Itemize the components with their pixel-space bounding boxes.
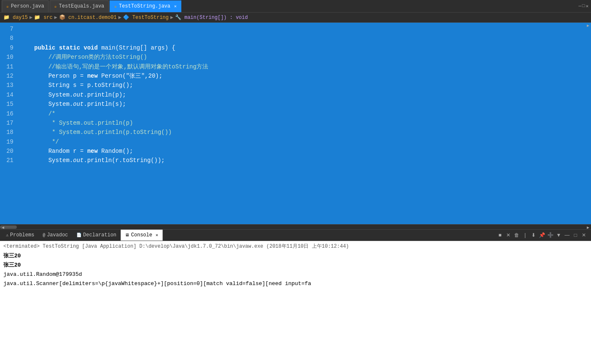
tab-problems-label: Problems (10, 232, 34, 238)
console-line-2: 张三20 (3, 261, 588, 270)
tab-javadoc[interactable]: @ Javadoc (39, 230, 72, 241)
console-line-3: java.util.Random@179935d (3, 270, 588, 279)
tab-problems[interactable]: ⚠ Problems (2, 230, 39, 241)
scroll-end-button[interactable]: ⬇ (530, 231, 537, 239)
bottom-tabs: ⚠ Problems @ Javadoc 📄 Declaration 🖥 Con… (0, 229, 591, 241)
line-9: //调用Person类的方法toString() (20, 54, 147, 60)
stop-button[interactable]: ■ (496, 231, 504, 239)
minimize-icon[interactable]: — (578, 3, 581, 9)
tab-bar: ☕ Person.java ☕ TestEquals.java ☕ TestTo… (0, 0, 591, 13)
java-icon-3: ☕ (114, 4, 117, 9)
java-icon-2: ☕ (54, 4, 57, 9)
line-11: Person p = new Person("张三",20); (20, 73, 162, 79)
remove-all-button[interactable]: ✕ (505, 231, 512, 239)
tab-javadoc-label: Javadoc (47, 232, 68, 238)
declaration-icon: 📄 (76, 233, 81, 238)
tab-console-label: Console (131, 232, 152, 238)
tab-console[interactable]: 🖥 Console ✕ (120, 230, 162, 241)
tab-label-2: TestEquals.java (59, 3, 104, 9)
close-icon-console[interactable]: ✕ (156, 233, 158, 238)
scroll-arrow-right[interactable]: ▶ (585, 23, 591, 29)
close-icon[interactable]: ✕ (586, 3, 588, 9)
maximize-icon[interactable]: □ (582, 3, 585, 9)
scroll-lock-button[interactable]: | (521, 231, 529, 239)
line-14: System.out.println(s); (20, 101, 126, 107)
line-15: /* (20, 110, 55, 117)
new-console-button[interactable]: ➕ (547, 231, 554, 239)
line-17: * System.out.println(p.toString()) (20, 129, 172, 136)
console-header: <terminated> TestToString [Java Applicat… (3, 243, 588, 250)
bottom-panel: ⚠ Problems @ Javadoc 📄 Declaration 🖥 Con… (0, 229, 591, 364)
breadcrumb-src[interactable]: 📁 src (34, 14, 52, 21)
breadcrumb: 📁 day15 ▶ 📁 src ▶ 📦 cn.itcast.demo01 ▶ 🔷… (0, 13, 591, 23)
tab-label-1: Person.java (11, 3, 44, 9)
tab-person-java[interactable]: ☕ Person.java (2, 0, 49, 12)
breadcrumb-method[interactable]: 🔧 main(String[]) : void (175, 14, 248, 21)
console-area: <terminated> TestToString [Java Applicat… (0, 241, 591, 364)
maximize-panel-button[interactable]: □ (572, 231, 579, 239)
line-20: System.out.println(r.toString()); (20, 157, 165, 164)
minimize-panel-button[interactable]: — (563, 231, 571, 239)
line-numbers: 7 8 9 10 11 12 13 14 15 16 17 18 19 20 2… (0, 23, 17, 224)
line-13: System.out.println(p); (20, 92, 126, 98)
code-content[interactable]: public static void main(String[] args) {… (17, 23, 591, 224)
line-18: */ (20, 139, 59, 145)
scroll-right-arrow[interactable]: ▶ (585, 225, 591, 230)
editor-area[interactable]: 7 8 9 10 11 12 13 14 15 16 17 18 19 20 2… (0, 23, 591, 224)
console-icon: 🖥 (125, 233, 129, 238)
console-line-1: 张三20 (3, 251, 588, 261)
line-8: public static void main(String[] args) { (20, 45, 175, 51)
window-controls: — □ ✕ (578, 3, 591, 9)
tab-declaration-label: Declaration (83, 232, 116, 238)
tab-label-3: TestToString.java (119, 3, 170, 9)
view-menu-button[interactable]: ▼ (555, 231, 562, 239)
tab-declaration[interactable]: 📄 Declaration (72, 230, 120, 241)
line-19: Random r = new Random(); (20, 148, 133, 155)
problems-icon: ⚠ (6, 233, 8, 238)
line-12: String s = p.toString(); (20, 82, 133, 89)
java-icon-1: ☕ (6, 4, 9, 9)
breadcrumb-day15[interactable]: 📁 day15 (3, 14, 28, 21)
tab-testtostring-java[interactable]: ☕ TestToString.java ✕ (110, 0, 181, 12)
scroll-left-arrow[interactable]: ◀ (0, 225, 6, 230)
line-16: * System.out.println(p) (20, 120, 133, 126)
horizontal-scrollbar[interactable]: ▶ ◀ (0, 224, 591, 229)
console-line-4: java.util.Scanner[delimiters=\p{javaWhit… (3, 279, 588, 288)
tab-testequals-java[interactable]: ☕ TestEquals.java (50, 0, 109, 12)
close-panel-button[interactable]: ✕ (580, 231, 588, 239)
clear-console-button[interactable]: 🗑 (513, 231, 520, 239)
line-10: //输出语句,写的是一个对象,默认调用对象的toString方法 (20, 63, 208, 70)
breadcrumb-package[interactable]: 📦 cn.itcast.demo01 (59, 14, 117, 21)
pin-button[interactable]: 📌 (538, 231, 546, 239)
close-icon-tab3[interactable]: ✕ (174, 4, 177, 9)
console-toolbar: ■ ✕ 🗑 | ⬇ 📌 ➕ ▼ — □ ✕ (496, 231, 591, 239)
breadcrumb-class[interactable]: 🔷 TestToString (123, 14, 169, 21)
javadoc-icon: @ (43, 233, 45, 238)
